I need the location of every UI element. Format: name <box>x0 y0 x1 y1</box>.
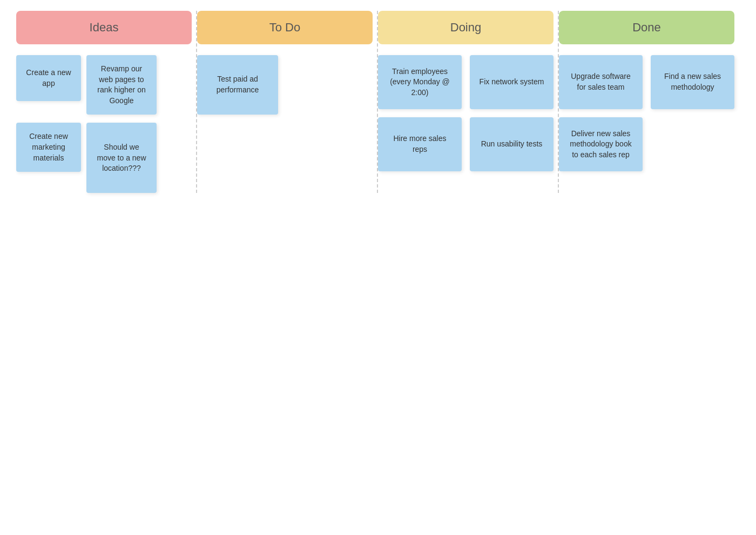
card-fix-network[interactable]: Fix network system <box>470 55 554 109</box>
column-todo: To Do Test paid ad performance <box>197 11 378 193</box>
card-test-paid-ad[interactable]: Test paid ad performance <box>197 55 278 115</box>
column-header-done: Done <box>559 11 734 44</box>
column-done: Done Upgrade software for sales team Fin… <box>559 11 740 193</box>
column-title-todo: To Do <box>269 21 300 34</box>
done-cards-area: Upgrade software for sales team Find a n… <box>559 55 740 171</box>
card-run-usability[interactable]: Run usability tests <box>470 117 554 171</box>
ideas-row-2: Create new marketing materials Should we… <box>16 123 192 193</box>
card-text: Train employees (every Monday @ 2:00) <box>386 66 454 98</box>
card-hire-sales[interactable]: Hire more sales reps <box>378 117 462 171</box>
card-text: Create new marketing materials <box>24 131 73 163</box>
column-title-doing: Doing <box>450 21 481 34</box>
card-text: Hire more sales reps <box>386 133 454 155</box>
todo-cards-area: Test paid ad performance <box>197 55 378 115</box>
column-title-ideas: Ideas <box>90 21 119 34</box>
ideas-cards-area: Create a new app Revamp our web pages to… <box>16 55 197 193</box>
card-text: Run usability tests <box>481 139 543 150</box>
card-text: Should we move to a new location??? <box>94 142 149 174</box>
doing-cards-area: Train employees (every Monday @ 2:00) Fi… <box>378 55 559 171</box>
card-find-methodology[interactable]: Find a new sales methodology <box>651 55 734 109</box>
kanban-board: Ideas Create a new app Revamp our web pa… <box>0 0 756 204</box>
card-text: Deliver new sales methodology book to ea… <box>566 129 635 160</box>
card-upgrade-software[interactable]: Upgrade software for sales team <box>559 55 643 109</box>
card-text: Revamp our web pages to rank higher on G… <box>94 64 149 106</box>
column-header-todo: To Do <box>197 11 373 44</box>
card-create-marketing[interactable]: Create new marketing materials <box>16 123 81 172</box>
column-doing: Doing Train employees (every Monday @ 2:… <box>378 11 559 193</box>
card-create-app[interactable]: Create a new app <box>16 55 81 101</box>
column-header-doing: Doing <box>378 11 554 44</box>
card-text: Test paid ad performance <box>205 74 271 95</box>
card-revamp-web[interactable]: Revamp our web pages to rank higher on G… <box>86 55 157 115</box>
card-text: Fix network system <box>480 77 544 88</box>
card-text: Find a new sales methodology <box>658 71 727 92</box>
column-header-ideas: Ideas <box>16 11 192 44</box>
column-title-done: Done <box>632 21 661 34</box>
card-train-employees[interactable]: Train employees (every Monday @ 2:00) <box>378 55 462 109</box>
card-deliver-book[interactable]: Deliver new sales methodology book to ea… <box>559 117 643 171</box>
card-text: Upgrade software for sales team <box>566 71 635 92</box>
card-move-location[interactable]: Should we move to a new location??? <box>86 123 157 193</box>
column-ideas: Ideas Create a new app Revamp our web pa… <box>16 11 197 193</box>
card-text: Create a new app <box>24 68 73 89</box>
ideas-row-1: Create a new app Revamp our web pages to… <box>16 55 192 115</box>
